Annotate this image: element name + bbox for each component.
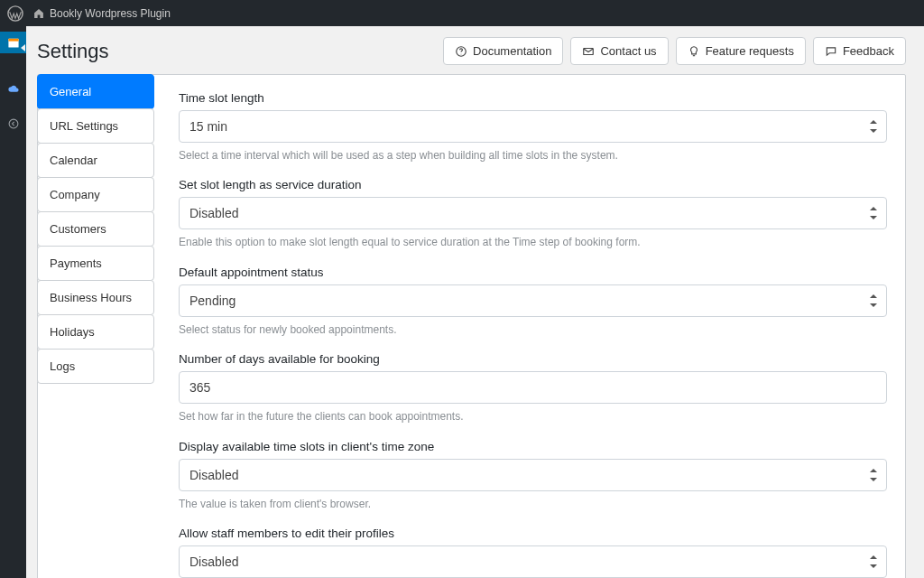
site-home-link[interactable]: Bookly Wordpress Plugin <box>32 7 171 20</box>
staff_edit-select[interactable]: Disabled <box>179 545 887 578</box>
tab-label: Logs <box>50 359 75 373</box>
default_status-select[interactable]: Pending <box>179 284 887 317</box>
field-label: Number of days available for booking <box>179 352 887 366</box>
slot_length-select[interactable]: 15 min <box>179 110 887 143</box>
field-slot_as_duration: Set slot length as service durationDisab… <box>179 178 887 250</box>
admin-menu-item-secondary[interactable] <box>0 79 26 100</box>
days_available-input[interactable] <box>179 371 887 404</box>
help-icon <box>455 45 467 58</box>
settings-panel: GeneralURL SettingsCalendarCompanyCustom… <box>37 74 906 578</box>
field-help: Select status for newly booked appointme… <box>179 322 887 338</box>
field-slot_length: Time slot length15 minSelect a time inte… <box>179 91 887 163</box>
field-default_status: Default appointment statusPendingSelect … <box>179 266 887 338</box>
tab-label: General <box>50 85 91 98</box>
tab-label: Holidays <box>50 325 95 339</box>
field-client_tz: Display available time slots in client's… <box>179 440 887 512</box>
field-label: Set slot length as service duration <box>179 178 887 191</box>
tab-url[interactable]: URL Settings <box>37 108 154 144</box>
select-wrap: Disabled <box>179 197 887 229</box>
svg-point-3 <box>9 119 18 128</box>
tab-holidays[interactable]: Holidays <box>37 314 154 350</box>
client_tz-select[interactable]: Disabled <box>179 459 887 491</box>
field-help: Enable this option to make slot length e… <box>179 235 887 250</box>
lightbulb-icon <box>688 45 700 58</box>
settings-tabs: GeneralURL SettingsCalendarCompanyCustom… <box>38 75 153 578</box>
tab-label: Payments <box>50 256 102 270</box>
wp-logo-icon[interactable] <box>7 5 23 22</box>
tab-calendar[interactable]: Calendar <box>37 143 154 178</box>
svg-rect-2 <box>8 39 18 42</box>
settings-form: Time slot length15 minSelect a time inte… <box>153 75 905 578</box>
select-wrap: 15 min <box>179 110 887 143</box>
tab-payments[interactable]: Payments <box>37 246 154 281</box>
cloud-icon <box>7 83 20 96</box>
field-label: Time slot length <box>179 91 887 105</box>
field-help: Select a time interval which will be use… <box>179 148 887 163</box>
field-help: Set how far in the future the clients ca… <box>179 409 887 424</box>
tab-customers[interactable]: Customers <box>37 211 154 247</box>
field-help: The value is taken from client's browser… <box>179 497 887 512</box>
tab-logs[interactable]: Logs <box>37 349 154 384</box>
slot_as_duration-select[interactable]: Disabled <box>179 197 887 229</box>
tab-label: Company <box>50 188 100 201</box>
tab-company[interactable]: Company <box>37 177 154 212</box>
tab-general[interactable]: General <box>37 74 154 109</box>
admin-menu-collapsed <box>0 26 26 578</box>
admin-menu-collapse-toggle[interactable] <box>0 113 26 135</box>
tab-hours[interactable]: Business Hours <box>37 280 154 315</box>
documentation-button[interactable]: Documentation <box>443 37 563 65</box>
feedback-button[interactable]: Feedback <box>813 37 906 65</box>
field-label: Display available time slots in client's… <box>179 440 887 453</box>
feature-requests-button[interactable]: Feature requests <box>676 37 806 65</box>
contact-us-button[interactable]: Contact us <box>570 37 668 65</box>
tab-label: Calendar <box>50 154 97 167</box>
chat-icon <box>825 45 837 58</box>
wp-admin-bar: Bookly Wordpress Plugin <box>0 0 924 26</box>
field-label: Allow staff members to edit their profil… <box>179 527 887 540</box>
select-wrap: Pending <box>179 284 887 317</box>
site-title: Bookly Wordpress Plugin <box>50 7 171 20</box>
collapse-icon <box>7 117 20 130</box>
mail-icon <box>582 45 595 58</box>
tab-label: URL Settings <box>50 119 118 133</box>
page-header: Settings Documentation Contact us Featur… <box>37 37 906 65</box>
select-wrap: Disabled <box>179 459 887 491</box>
select-wrap: Disabled <box>179 545 887 578</box>
active-marker <box>21 44 25 51</box>
page-title: Settings <box>37 40 109 63</box>
home-icon <box>32 7 45 20</box>
svg-point-5 <box>461 53 462 54</box>
field-days_available: Number of days available for bookingSet … <box>179 352 887 424</box>
calendar-icon <box>7 36 20 49</box>
field-label: Default appointment status <box>179 266 887 279</box>
field-staff_edit: Allow staff members to edit their profil… <box>179 527 887 578</box>
tab-label: Business Hours <box>50 291 132 304</box>
tab-label: Customers <box>50 222 106 236</box>
